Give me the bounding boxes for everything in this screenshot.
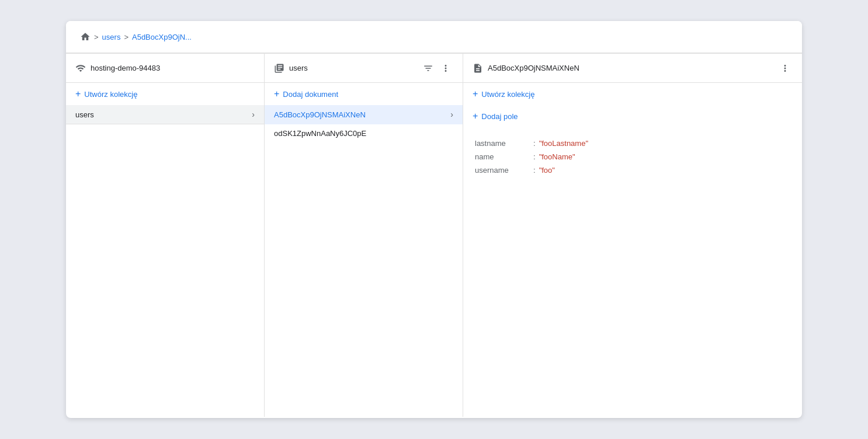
document-item-1[interactable]: A5dBocXp9OjNSMAiXNeN ›	[265, 105, 463, 124]
document-id-2: odSK1ZpwNnAaNy6JC0pE	[274, 129, 453, 138]
filter-button[interactable]	[421, 61, 436, 76]
breadcrumb: > users > A5dBocXp9OjN...	[66, 21, 802, 53]
create-collection-label-right: Utwórz kolekcję	[481, 90, 534, 99]
plus-icon-right-2: +	[473, 111, 478, 121]
collection-name: users	[75, 110, 252, 119]
add-field-label: Dodaj pole	[481, 112, 518, 121]
field-value-lastname: "fooLastname"	[539, 139, 588, 148]
field-value-username: "foo"	[539, 166, 555, 175]
field-row-name: name : "fooName"	[475, 150, 790, 163]
document-icon	[473, 63, 483, 74]
document-id-1: A5dBocXp9OjNSMAiXNeN	[274, 110, 450, 119]
add-field-button[interactable]: + Dodaj pole	[463, 105, 802, 127]
colon-lastname: :	[533, 139, 536, 148]
database-title: hosting-demo-94483	[91, 64, 255, 72]
create-collection-button-left[interactable]: + Utwórz kolekcję	[66, 83, 264, 105]
breadcrumb-users-link[interactable]: users	[102, 33, 121, 41]
panel-collection-header: users	[265, 54, 463, 83]
field-row-username: username : "foo"	[475, 163, 790, 177]
panel-collection: users + Dodaj dokument	[265, 54, 463, 417]
field-key-lastname: lastname	[475, 139, 533, 148]
panel-database-header: hosting-demo-94483	[66, 54, 264, 83]
wifi-icon	[75, 63, 86, 74]
more-options-collection-button[interactable]	[438, 61, 453, 76]
breadcrumb-sep-2: >	[124, 33, 129, 41]
plus-icon-left: +	[75, 89, 81, 99]
plus-icon-right-1: +	[473, 89, 478, 99]
document-header-actions	[777, 61, 793, 76]
collection-header-actions	[421, 61, 453, 76]
breadcrumb-doc: A5dBocXp9OjN...	[132, 33, 192, 41]
create-collection-label-left: Utwórz kolekcję	[84, 90, 137, 99]
plus-icon-middle: +	[274, 89, 279, 99]
panel-database: hosting-demo-94483 + Utwórz kolekcję use…	[66, 54, 265, 417]
field-row-lastname: lastname : "fooLastname"	[475, 137, 790, 150]
document-title: A5dBocXp9OjNSMAiXNeN	[488, 64, 773, 72]
collection-icon	[274, 63, 284, 74]
colon-name: :	[533, 152, 536, 161]
field-value-name: "fooName"	[539, 152, 575, 161]
create-collection-button-right[interactable]: + Utwórz kolekcję	[463, 83, 802, 105]
field-key-name: name	[475, 152, 533, 161]
more-options-document-button[interactable]	[777, 61, 793, 76]
breadcrumb-sep-1: >	[94, 33, 99, 41]
chevron-right-icon: ›	[252, 110, 255, 119]
collection-title: users	[289, 64, 416, 72]
colon-username: :	[533, 166, 536, 175]
chevron-right-icon-doc1: ›	[450, 110, 453, 119]
firestore-container: > users > A5dBocXp9OjN... hosting-demo-9…	[66, 21, 802, 418]
add-document-label: Dodaj dokument	[283, 90, 338, 99]
collection-item-users[interactable]: users ›	[66, 105, 264, 124]
add-document-button[interactable]: + Dodaj dokument	[265, 83, 463, 105]
home-icon[interactable]	[80, 32, 91, 42]
panel-document: A5dBocXp9OjNSMAiXNeN + Utwórz kolekcję +…	[463, 54, 802, 417]
field-key-username: username	[475, 166, 533, 175]
document-item-2[interactable]: odSK1ZpwNnAaNy6JC0pE	[265, 124, 463, 143]
field-rows: lastname : "fooLastname" name : "fooName…	[463, 127, 802, 186]
panel-document-header: A5dBocXp9OjNSMAiXNeN	[463, 54, 802, 83]
panels-container: hosting-demo-94483 + Utwórz kolekcję use…	[66, 53, 802, 417]
